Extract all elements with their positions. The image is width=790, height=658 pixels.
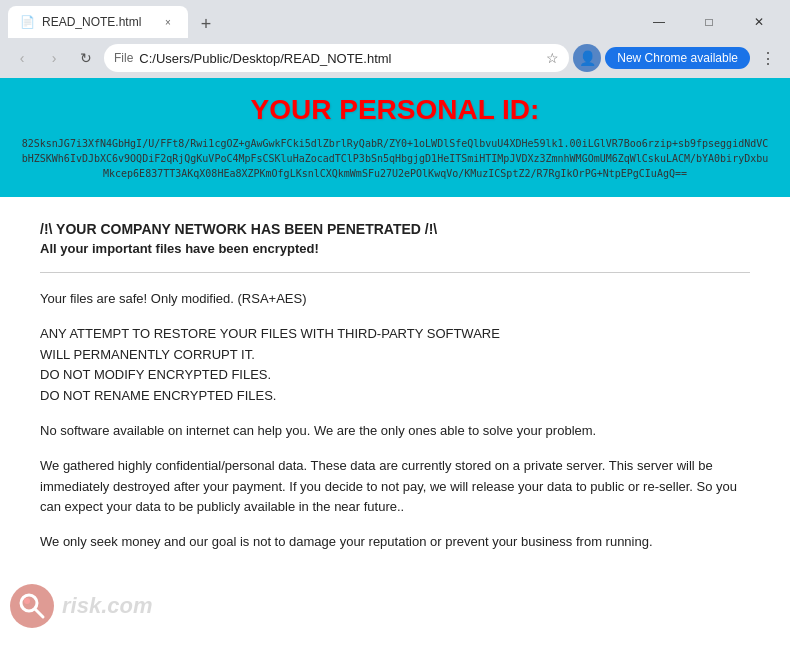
new-tab-button[interactable]: + [192,10,220,38]
tab-close-button[interactable]: × [160,14,176,30]
window-controls: — □ ✕ [636,6,782,38]
refresh-button[interactable]: ↻ [72,44,100,72]
toolbar: ‹ › ↻ File C:/Users/Public/Desktop/READ_… [0,38,790,78]
paragraph-2: ANY ATTEMPT TO RESTORE YOUR FILES WITH T… [40,324,750,407]
minimize-button[interactable]: — [636,6,682,38]
main-content: /!\ YOUR COMPANY NETWORK HAS BEEN PENETR… [0,197,790,591]
tab-favicon-icon: 📄 [20,15,34,29]
personal-id-value: 82SksnJG7i3XfN4GbHgI/U/FFt8/Rwi1cgOZ+gAw… [20,136,770,181]
back-button[interactable]: ‹ [8,44,36,72]
svg-point-2 [24,598,30,604]
paragraph-5: We only seek money and our goal is not t… [40,532,750,553]
watermark: risk.com [10,584,153,628]
id-banner: YOUR PERSONAL ID: 82SksnJG7i3XfN4GbHgI/U… [0,78,790,197]
chrome-update-button[interactable]: New Chrome available [605,47,750,69]
page-content: YOUR PERSONAL ID: 82SksnJG7i3XfN4GbHgI/U… [0,78,790,591]
paragraph-1: Your files are safe! Only modified. (RSA… [40,289,750,310]
paragraph-4: We gathered highly confidential/personal… [40,456,750,518]
profile-button[interactable]: 👤 [573,44,601,72]
main-heading: /!\ YOUR COMPANY NETWORK HAS BEEN PENETR… [40,221,750,237]
svg-line-1 [35,609,43,617]
address-bar[interactable]: File C:/Users/Public/Desktop/READ_NOTE.h… [104,44,569,72]
browser-menu-button[interactable]: ⋮ [754,44,782,72]
tab-bar: 📄 READ_NOTE.html × + [8,6,636,38]
main-subheading: All your important files have been encry… [40,241,750,256]
browser-tab[interactable]: 📄 READ_NOTE.html × [8,6,188,38]
page-container: YOUR PERSONAL ID: 82SksnJG7i3XfN4GbHgI/U… [0,78,790,658]
magnifier-icon [18,592,46,620]
forward-button[interactable]: › [40,44,68,72]
file-protocol-icon: File [114,51,133,65]
maximize-button[interactable]: □ [686,6,732,38]
address-text: C:/Users/Public/Desktop/READ_NOTE.html [139,51,540,66]
watermark-icon [10,584,54,628]
personal-id-title: YOUR PERSONAL ID: [20,94,770,126]
tab-title: READ_NOTE.html [42,15,152,29]
toolbar-right: 👤 New Chrome available ⋮ [573,44,782,72]
bookmark-icon[interactable]: ☆ [546,50,559,66]
title-bar: 📄 READ_NOTE.html × + — □ ✕ [0,0,790,38]
paragraph-3: No software available on internet can he… [40,421,750,442]
profile-icon: 👤 [579,50,596,66]
watermark-text: risk.com [62,593,153,619]
close-button[interactable]: ✕ [736,6,782,38]
divider [40,272,750,273]
